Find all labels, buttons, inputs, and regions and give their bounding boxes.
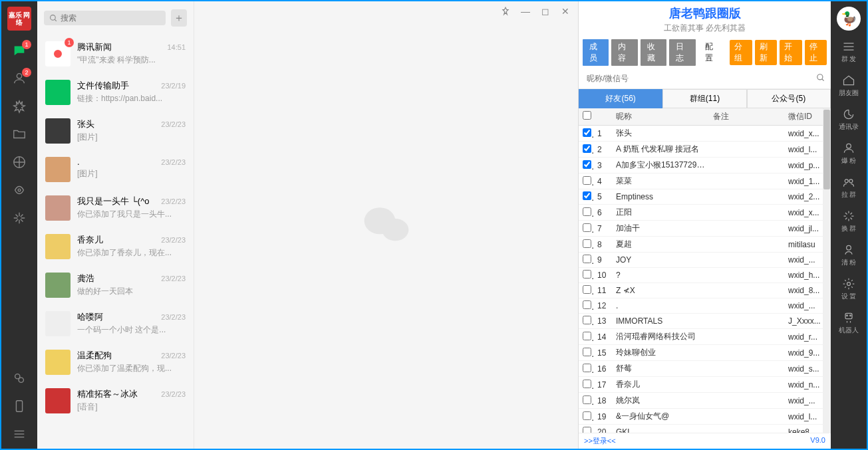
right-nav-item[interactable]: 拉 群 — [841, 175, 857, 199]
right-nav-item[interactable]: 换 群 — [841, 209, 857, 233]
minimize-button[interactable]: — — [517, 4, 534, 19]
nav-chat-icon[interactable]: 1 — [11, 43, 27, 58]
chat-item[interactable]: 温柔配狗23/2/23你已添加了温柔配狗，现... — [37, 343, 194, 382]
chat-item[interactable]: 精准拓客～冰冰23/2/23[语音] — [37, 382, 194, 420]
table-row[interactable]: 18姚尔岚wxid_... — [579, 393, 831, 409]
table-row[interactable]: 2A 奶瓶 代发私聊 接冠名wxid_l... — [579, 142, 831, 158]
table-row[interactable]: 6正阳wxid_x... — [579, 205, 831, 221]
chat-item[interactable]: 文件传输助手23/2/19链接：https://pan.baid... — [37, 73, 194, 112]
search-icon — [49, 14, 58, 23]
action-stop[interactable]: 停止 — [805, 40, 827, 65]
maximize-button[interactable]: ◻ — [537, 4, 554, 19]
tab-favorites[interactable]: 收藏 — [641, 39, 666, 66]
table-row[interactable]: 12.wxid_... — [579, 298, 831, 314]
nav-phone-icon[interactable] — [11, 398, 27, 414]
nav-contacts-icon[interactable]: 2 — [11, 70, 27, 86]
table-scrollbar[interactable] — [823, 108, 831, 433]
chat-item[interactable]: 张头23/2/23[图片] — [37, 112, 194, 150]
avatar — [45, 118, 71, 144]
row-checkbox[interactable] — [583, 411, 591, 420]
tab-members[interactable]: 成员 — [583, 39, 609, 66]
table-row[interactable]: 8夏超mitilasu — [579, 237, 831, 253]
search-icon[interactable] — [816, 73, 825, 84]
right-nav-item[interactable]: 设 置 — [841, 277, 857, 300]
close-button[interactable]: ✕ — [557, 4, 574, 19]
table-row[interactable]: 19 &一身仙女气@wxid_l... — [579, 409, 831, 425]
row-checkbox[interactable] — [583, 348, 591, 356]
action-start[interactable]: 开始 — [780, 40, 801, 65]
table-row[interactable]: 20GKLkeke8... — [579, 425, 831, 433]
sub-tab-friends[interactable]: 好友(56) — [579, 89, 662, 108]
row-checkbox[interactable] — [583, 144, 591, 153]
table-row[interactable]: 10?wxid_h... — [579, 268, 831, 283]
nav-sparkle-icon[interactable] — [11, 210, 27, 226]
row-checkbox[interactable] — [583, 223, 591, 232]
action-refresh[interactable]: 刷新 — [755, 40, 777, 65]
row-checkbox[interactable] — [583, 316, 591, 324]
table-row[interactable]: 4菜菜wxid_1... — [579, 173, 831, 189]
right-nav-item[interactable]: 清 粉 — [841, 243, 857, 267]
nav-search-big-icon[interactable] — [11, 182, 27, 198]
new-chat-button[interactable]: ＋ — [171, 9, 187, 27]
tab-content[interactable]: 内容 — [611, 39, 637, 66]
sub-tab-groups[interactable]: 群组(11) — [662, 89, 746, 108]
tab-config[interactable]: 配置 — [698, 39, 724, 66]
chat-item[interactable]: 1腾讯新闻14:51"甲流"来袭 科学预防... — [37, 35, 194, 73]
nav-menu-icon[interactable] — [11, 426, 27, 442]
right-nav-item[interactable]: 通讯录 — [839, 108, 859, 131]
sub-tab-official[interactable]: 公众号(5) — [747, 89, 831, 108]
nav-moments-icon[interactable] — [11, 154, 27, 170]
row-checkbox[interactable] — [583, 176, 591, 185]
row-checkbox[interactable] — [583, 427, 591, 433]
right-nav-item[interactable]: 机器人 — [839, 311, 859, 334]
row-checkbox[interactable] — [583, 128, 591, 137]
nav-miniprogram-icon[interactable] — [11, 370, 27, 386]
login-link[interactable]: >>登录<< — [584, 436, 616, 446]
right-nav-item[interactable]: 朋友圈 — [839, 74, 859, 97]
chat-item[interactable]: 我只是一头牛 └(^o23/2/23你已添加了我只是一头牛... — [37, 189, 194, 227]
row-checkbox[interactable] — [583, 270, 591, 279]
table-row[interactable]: 17香奈儿wxid_n... — [579, 377, 831, 393]
nav-files-icon[interactable] — [11, 126, 27, 142]
row-checkbox[interactable] — [583, 300, 591, 309]
chat-item[interactable]: 龚浩23/2/23做的好一天回本 — [37, 266, 194, 304]
table-row[interactable]: 16舒莓wxid_s... — [579, 361, 831, 377]
brand-logo: 嘉乐 网络 — [7, 7, 31, 31]
select-all-checkbox[interactable] — [583, 111, 591, 120]
table-row[interactable]: 1张头wxid_x... — [579, 126, 831, 142]
table-row[interactable]: 13IMMORTALSJ_Xxxx... — [579, 314, 831, 329]
row-checkbox[interactable] — [583, 160, 591, 169]
right-nav-item[interactable]: 群 发 — [841, 40, 857, 63]
table-row[interactable]: 9JOYwxid_... — [579, 253, 831, 268]
row-checkbox[interactable] — [583, 255, 591, 263]
row-note — [709, 399, 784, 403]
row-checkbox[interactable] — [583, 380, 591, 388]
action-group[interactable]: 分组 — [730, 40, 752, 65]
tool-search-input[interactable] — [584, 71, 816, 86]
chat-item[interactable]: 香奈儿23/2/23你已添加了香奈儿，现在... — [37, 227, 194, 266]
table-row[interactable]: 3A加多宝小猴15137729913wxid_p... — [579, 158, 831, 173]
row-checkbox[interactable] — [583, 364, 591, 372]
row-checkbox[interactable] — [583, 395, 591, 404]
avatar — [45, 157, 71, 182]
search-input-wrap[interactable] — [44, 11, 166, 25]
chat-time: 23/2/23 — [161, 313, 186, 321]
search-input[interactable] — [61, 13, 160, 23]
chat-item[interactable]: .23/2/23[图片] — [37, 150, 194, 189]
tab-logs[interactable]: 日志 — [669, 39, 695, 66]
chat-list[interactable]: 1腾讯新闻14:51"甲流"来袭 科学预防...文件传输助手23/2/19链接：… — [37, 35, 194, 449]
table-row[interactable]: 7加油干wxid_jl... — [579, 221, 831, 237]
row-checkbox[interactable] — [583, 239, 591, 248]
row-checkbox[interactable] — [583, 207, 591, 216]
table-row[interactable]: 11Z ≮Xwxid_8... — [579, 283, 831, 298]
row-checkbox[interactable] — [583, 191, 591, 200]
table-row[interactable]: 14沿河琨睿网络科技公司wxid_r... — [579, 329, 831, 345]
chat-item[interactable]: 哈喽阿23/2/23一个码一个小时 这个是... — [37, 304, 194, 343]
right-nav-item[interactable]: 爆 粉 — [841, 142, 857, 165]
pin-button[interactable] — [497, 4, 514, 19]
row-checkbox[interactable] — [583, 285, 591, 294]
nav-favorites-icon[interactable] — [11, 98, 27, 114]
table-row[interactable]: 5Emptinesswxid_2... — [579, 189, 831, 205]
table-row[interactable]: 15玲妹聊创业wxid_9... — [579, 345, 831, 361]
row-checkbox[interactable] — [583, 332, 591, 340]
